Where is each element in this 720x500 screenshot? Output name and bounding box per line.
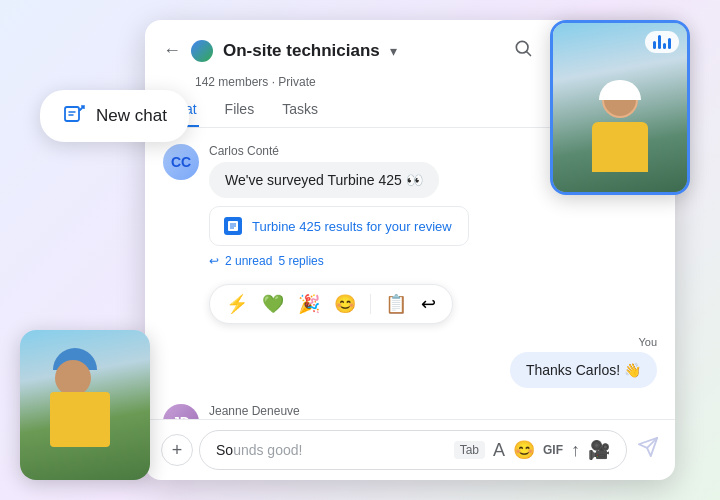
audio-bar-1 bbox=[653, 41, 656, 49]
emoji-icon[interactable]: 😊 bbox=[513, 439, 535, 461]
video-person-background bbox=[553, 23, 687, 192]
chat-title: On-site technicians bbox=[223, 41, 380, 61]
message-content-jeanne: Jeanne Deneuve Let's jump on a quick cal… bbox=[209, 404, 657, 419]
avatar-jeanne: JD bbox=[163, 404, 199, 419]
field-person-background bbox=[20, 330, 150, 480]
doc-label: Turbine 425 results for your review bbox=[252, 219, 452, 234]
gif-icon[interactable]: GIF bbox=[543, 443, 563, 457]
message-input-container[interactable]: Sounds good! Tab A 😊 GIF ↑ 🎥 bbox=[199, 430, 627, 470]
new-chat-button[interactable]: New chat bbox=[40, 90, 189, 142]
carlos-message-text: We've surveyed Turbine 425 👀 bbox=[225, 172, 423, 188]
body bbox=[592, 122, 648, 172]
add-attachment-button[interactable]: + bbox=[161, 434, 193, 466]
globe-icon bbox=[191, 40, 213, 62]
back-button[interactable]: ← bbox=[163, 40, 181, 61]
field-head bbox=[55, 360, 91, 396]
reaction-lightning[interactable]: ⚡ bbox=[226, 293, 248, 315]
upload-icon[interactable]: ↑ bbox=[571, 440, 580, 461]
thread-replies[interactable]: ↩ 2 unread 5 replies bbox=[209, 254, 657, 268]
compose-icon bbox=[62, 104, 86, 128]
audio-indicator bbox=[645, 31, 679, 53]
reaction-smile[interactable]: 😊 bbox=[334, 293, 356, 315]
reaction-clipboard[interactable]: 📋 bbox=[385, 293, 407, 315]
chat-input-area: + Sounds good! Tab A 😊 GIF ↑ 🎥 bbox=[145, 419, 675, 480]
person-figure bbox=[592, 80, 648, 172]
unread-count: 2 unread bbox=[225, 254, 272, 268]
reaction-reply[interactable]: ↩ bbox=[421, 293, 436, 315]
input-icons: A 😊 GIF ↑ 🎥 bbox=[493, 439, 610, 461]
new-chat-label: New chat bbox=[96, 106, 167, 126]
video-icon[interactable]: 🎥 bbox=[588, 439, 610, 461]
sender-name-jeanne: Jeanne Deneuve bbox=[209, 404, 657, 418]
doc-icon bbox=[224, 217, 242, 235]
audio-bar-4 bbox=[668, 38, 671, 49]
input-placeholder: unds good! bbox=[233, 442, 302, 458]
avatar-carlos: CC bbox=[163, 144, 199, 180]
input-current-text: So bbox=[216, 442, 233, 458]
audio-bar-2 bbox=[658, 35, 661, 49]
svg-line-6 bbox=[527, 52, 531, 56]
svg-rect-0 bbox=[65, 107, 79, 121]
tab-files[interactable]: Files bbox=[223, 93, 257, 127]
message-group-jeanne: JD Jeanne Deneuve Let's jump on a quick … bbox=[163, 404, 657, 419]
you-message-content: You Thanks Carlos! 👋 bbox=[510, 336, 657, 388]
field-worker-thumbnail bbox=[20, 330, 150, 480]
tab-hint: Tab bbox=[454, 441, 485, 459]
you-label: You bbox=[510, 336, 657, 348]
send-button[interactable] bbox=[637, 436, 659, 464]
audio-bars bbox=[653, 35, 671, 49]
reaction-bar: ⚡ 💚 🎉 😊 📋 ↩ bbox=[209, 284, 453, 324]
reply-count: 5 replies bbox=[278, 254, 323, 268]
message-group-you: You Thanks Carlos! 👋 bbox=[163, 336, 657, 388]
search-button[interactable] bbox=[509, 34, 537, 67]
chevron-down-icon[interactable]: ▾ bbox=[390, 43, 397, 59]
you-message-text: Thanks Carlos! 👋 bbox=[510, 352, 657, 388]
reaction-divider bbox=[370, 294, 371, 314]
helmet bbox=[599, 80, 641, 100]
text-format-icon[interactable]: A bbox=[493, 440, 505, 461]
tab-tasks[interactable]: Tasks bbox=[280, 93, 320, 127]
message-input-text[interactable]: Sounds good! bbox=[216, 442, 450, 458]
reaction-heart[interactable]: 💚 bbox=[262, 293, 284, 315]
input-toolbar: + Sounds good! Tab A 😊 GIF ↑ 🎥 bbox=[161, 430, 659, 470]
audio-bar-3 bbox=[663, 43, 666, 49]
reaction-party[interactable]: 🎉 bbox=[298, 293, 320, 315]
field-body bbox=[50, 392, 110, 447]
message-text-carlos: We've surveyed Turbine 425 👀 bbox=[209, 162, 439, 198]
doc-attachment[interactable]: Turbine 425 results for your review bbox=[209, 206, 469, 246]
video-thumbnail[interactable] bbox=[550, 20, 690, 195]
thread-icon: ↩ bbox=[209, 254, 219, 268]
